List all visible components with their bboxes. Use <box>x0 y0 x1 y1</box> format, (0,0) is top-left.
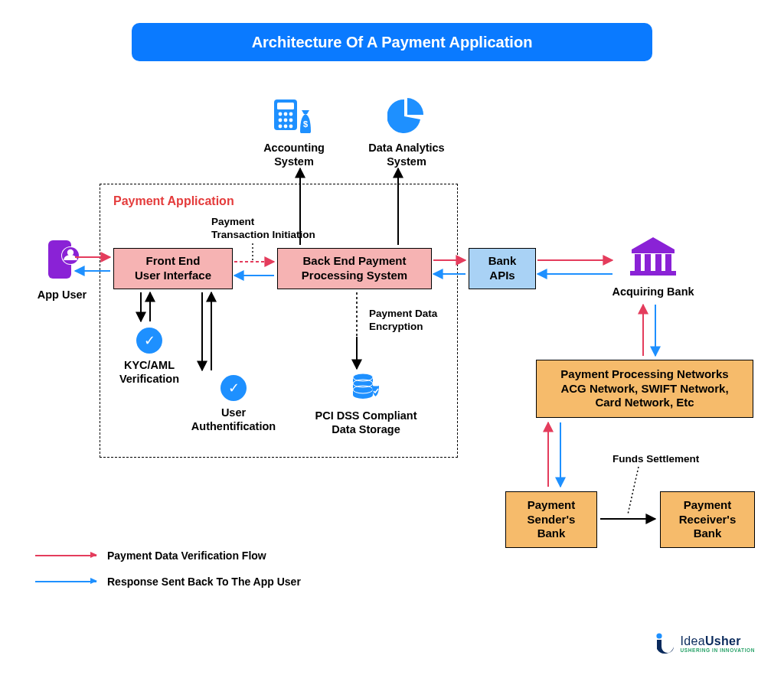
svg-point-21 <box>289 125 293 129</box>
pie-chart-icon <box>387 96 426 133</box>
analytics-node: Data Analytics System <box>357 96 456 168</box>
legend-row-blue: Response Sent Back To The App User <box>35 576 301 588</box>
receiver-bank-box: Payment Receiver's Bank <box>660 491 755 548</box>
edge-label-settlement: Funds Settlement <box>612 453 699 466</box>
svg-point-15 <box>289 112 293 116</box>
pci-label: PCI DSS Compliant Data Storage <box>297 409 435 436</box>
svg-point-18 <box>289 119 293 122</box>
legend-arrow-red-icon <box>35 555 96 556</box>
svg-rect-7 <box>645 254 651 271</box>
edge-label-encryption: Payment Data Encryption <box>369 308 437 334</box>
calculator-moneybag-icon: $ <box>273 96 315 133</box>
app-user-node: App User <box>28 239 96 302</box>
svg-point-16 <box>279 119 283 122</box>
svg-rect-5 <box>632 249 675 253</box>
user-auth-label: User Authentification <box>176 406 291 433</box>
brand-name-b: Usher <box>705 634 741 647</box>
brand-tagline: USHERING IN INNOVATION <box>681 647 755 653</box>
networks-box: Payment Processing Networks ACG Network,… <box>536 360 753 418</box>
svg-marker-4 <box>632 237 675 249</box>
accounting-node: $ Accounting System <box>248 96 340 168</box>
legend-blue-label: Response Sent Back To The App User <box>107 576 301 588</box>
front-end-box: Front End User Interface <box>113 248 233 289</box>
legend-row-red: Payment Data Verification Flow <box>35 549 301 562</box>
smartphone-user-icon <box>43 239 81 280</box>
app-user-label: App User <box>28 288 96 302</box>
legend: Payment Data Verification Flow Response … <box>35 549 301 602</box>
acquiring-bank-label: Acquiring Bank <box>603 285 703 298</box>
svg-point-13 <box>279 112 283 116</box>
legend-red-label: Payment Data Verification Flow <box>107 549 266 562</box>
analytics-label: Data Analytics System <box>357 141 456 168</box>
check-icon: ✓ <box>220 375 247 401</box>
svg-point-17 <box>284 119 288 122</box>
svg-rect-12 <box>277 103 294 109</box>
svg-point-20 <box>284 125 288 129</box>
brand-name-a: Idea <box>681 634 705 647</box>
brand-mark-icon <box>655 632 676 655</box>
svg-rect-8 <box>655 254 662 271</box>
svg-rect-6 <box>635 254 641 271</box>
check-icon: ✓ <box>136 328 162 354</box>
accounting-label: Accounting System <box>248 141 340 168</box>
svg-rect-9 <box>665 254 671 271</box>
back-end-box: Back End Payment Processing System <box>277 248 432 289</box>
database-shield-icon <box>351 372 381 401</box>
pci-node: PCI DSS Compliant Data Storage <box>297 372 435 436</box>
acquiring-bank-node: Acquiring Bank <box>603 236 703 298</box>
brand-logo: IdeaUsher USHERING IN INNOVATION <box>655 632 755 655</box>
user-auth-node: ✓ User Authentification <box>176 375 291 433</box>
page-title: Architecture Of A Payment Application <box>132 23 652 61</box>
legend-arrow-blue-icon <box>35 581 96 582</box>
svg-point-27 <box>656 633 662 638</box>
svg-point-3 <box>67 249 74 256</box>
svg-rect-10 <box>630 271 676 276</box>
bank-apis-box: Bank APIs <box>469 248 536 289</box>
svg-line-41 <box>628 467 639 514</box>
svg-text:$: $ <box>303 119 308 129</box>
svg-point-14 <box>284 112 288 116</box>
sender-bank-box: Payment Sender's Bank <box>505 491 597 548</box>
edge-label-txn-init: Payment Transaction Initiation <box>211 216 315 242</box>
bank-icon <box>629 236 678 277</box>
svg-point-19 <box>279 125 283 129</box>
payment-application-label: Payment Application <box>113 194 234 208</box>
